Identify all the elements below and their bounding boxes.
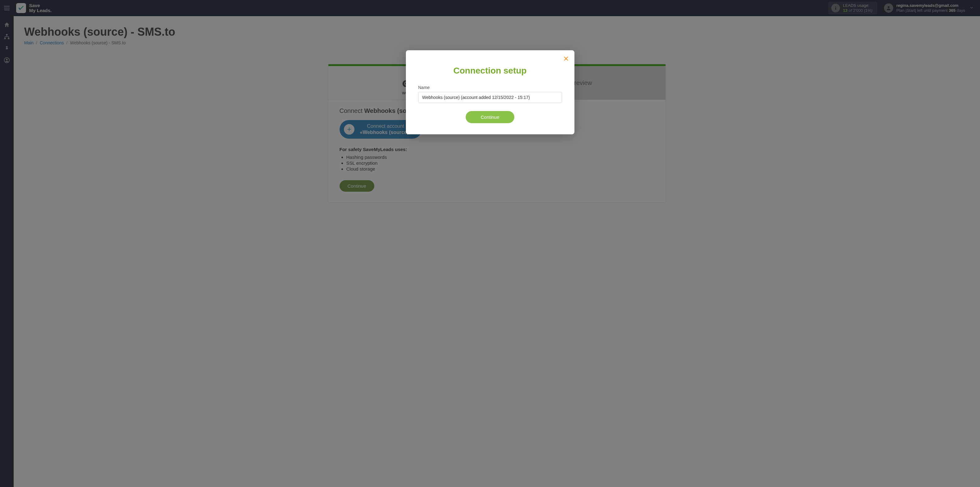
connection-setup-modal: Connection setup Name Continue [406,50,574,134]
modal-close-button[interactable] [563,54,569,63]
modal-title: Connection setup [418,66,562,76]
modal-continue-button[interactable]: Continue [466,111,514,123]
close-icon [563,56,569,61]
modal-name-label: Name [418,85,562,90]
modal-overlay[interactable]: Connection setup Name Continue [0,0,980,487]
connection-name-input[interactable] [418,92,562,103]
